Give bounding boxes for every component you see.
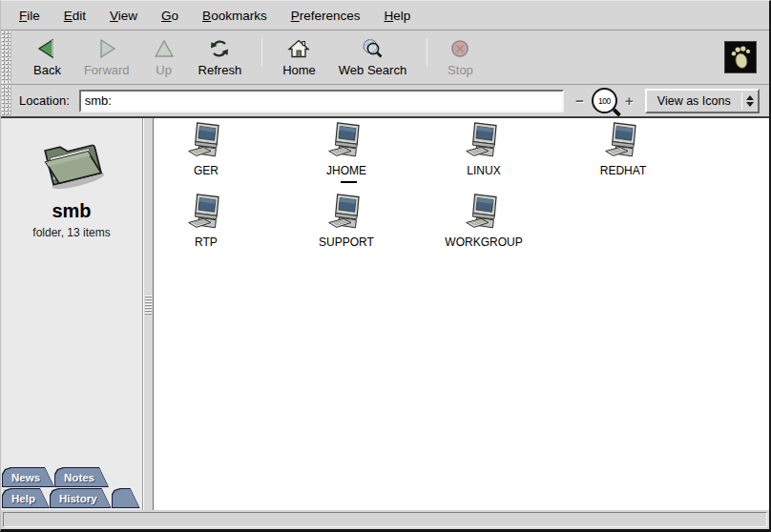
tab-row-1: News Notes [2, 467, 142, 487]
menu-edit[interactable]: Edit [58, 7, 92, 25]
view-as-label: View as Icons [647, 91, 741, 112]
menu-view[interactable]: View [104, 7, 143, 25]
item-label: RTP [154, 235, 259, 249]
tab-notes[interactable]: Notes [54, 467, 109, 487]
toolbar-separator [261, 38, 262, 67]
pane-splitter[interactable] [143, 118, 154, 510]
sidebar-spacer [1, 239, 142, 466]
tab-news[interactable]: News [2, 467, 54, 487]
forward-icon [95, 37, 118, 60]
menu-bar: File Edit View Go Bookmarks Preferences … [1, 1, 769, 31]
up-button: Up [144, 35, 184, 79]
magnifier-handle-icon [613, 108, 621, 116]
home-label: Home [282, 63, 316, 77]
item-label: LINUX [431, 164, 536, 177]
item-label: WORKGROUP [431, 235, 536, 249]
throbber[interactable] [724, 41, 757, 73]
tab-history[interactable]: History [50, 488, 112, 508]
computer-icon [326, 122, 367, 163]
up-icon [153, 37, 176, 60]
up-label: Up [156, 63, 172, 77]
menu-preferences[interactable]: Preferences [285, 7, 366, 25]
refresh-label: Refresh [198, 63, 242, 77]
item-label: GER [154, 164, 259, 177]
zoom-in-button[interactable]: + [623, 94, 636, 107]
stop-label: Stop [448, 63, 473, 77]
web-search-button[interactable]: Web Search [330, 35, 415, 79]
zoom-out-button[interactable]: − [573, 94, 586, 107]
network-item-support[interactable]: SUPPORT [294, 194, 399, 249]
open-folder-icon [34, 128, 109, 194]
stop-button: Stop [439, 35, 482, 79]
menu-go[interactable]: Go [156, 7, 184, 25]
item-label: SUPPORT [294, 235, 399, 249]
sidebar-title: smb [1, 200, 142, 222]
nautilus-window: File Edit View Go Bookmarks Preferences … [0, 0, 771, 532]
zoom-level-indicator[interactable]: 100 [592, 88, 617, 113]
toolbar: Back Forward Up [1, 31, 769, 85]
zoom-controls: − 100 + [573, 88, 636, 113]
computer-icon [464, 122, 505, 163]
forward-button: Forward [75, 35, 138, 79]
network-item-ger[interactable]: GER [154, 122, 259, 177]
tab-help[interactable]: Help [2, 488, 50, 508]
web-search-icon [361, 37, 384, 60]
home-icon [287, 37, 310, 60]
text-cursor-underline [341, 181, 357, 183]
network-item-workgroup[interactable]: WORKGROUP [431, 194, 536, 249]
icon-view[interactable]: GER JHOME LINUX REDHAT RTP SUPP [154, 118, 769, 510]
computer-icon [186, 194, 227, 235]
status-text [3, 512, 767, 527]
item-label: JHOME [294, 164, 399, 177]
forward-label: Forward [84, 63, 130, 77]
sidebar-tabs: News Notes Help History [1, 466, 142, 510]
dropdown-arrows-icon [742, 91, 758, 112]
location-label: Location: [19, 93, 70, 108]
location-input[interactable] [79, 90, 564, 113]
location-bar: Location: − 100 + View as Icons [1, 85, 769, 118]
gnome-foot-icon [726, 43, 755, 72]
status-bar [1, 510, 769, 529]
back-label: Back [33, 63, 61, 77]
menu-bookmarks[interactable]: Bookmarks [197, 7, 273, 25]
back-button[interactable]: Back [25, 35, 70, 79]
toolbar-grip[interactable] [2, 31, 11, 83]
tab-edge [112, 488, 140, 508]
locationbar-grip[interactable] [2, 86, 11, 115]
view-as-dropdown[interactable]: View as Icons [645, 89, 760, 113]
item-label: REDHAT [571, 164, 676, 177]
sidebar-subtitle: folder, 13 items [1, 226, 142, 239]
tab-row-2: Help History [2, 488, 142, 508]
computer-icon [603, 122, 644, 163]
toolbar-separator [427, 38, 427, 67]
stop-icon [448, 37, 471, 60]
computer-icon [326, 194, 367, 235]
refresh-button[interactable]: Refresh [190, 35, 251, 79]
toolbar-buttons: Back Forward Up [13, 35, 482, 79]
network-item-linux[interactable]: LINUX [431, 122, 536, 177]
computer-icon [186, 122, 227, 163]
network-item-rtp[interactable]: RTP [154, 194, 259, 249]
menu-file[interactable]: File [13, 7, 46, 25]
network-item-jhome[interactable]: JHOME [294, 122, 399, 177]
web-search-label: Web Search [339, 63, 406, 77]
sidebar-header: smb folder, 13 items [1, 118, 142, 239]
computer-icon [464, 194, 505, 235]
refresh-icon [208, 37, 231, 60]
network-item-redhat[interactable]: REDHAT [571, 122, 676, 177]
back-icon [35, 37, 58, 60]
splitter-grip-icon[interactable] [145, 296, 152, 315]
sidebar: smb folder, 13 items News Notes Help His… [1, 118, 143, 510]
content-area: smb folder, 13 items News Notes Help His… [1, 118, 769, 510]
zoom-level-value: 100 [598, 96, 611, 106]
home-button[interactable]: Home [274, 35, 324, 79]
menu-help[interactable]: Help [378, 7, 416, 25]
